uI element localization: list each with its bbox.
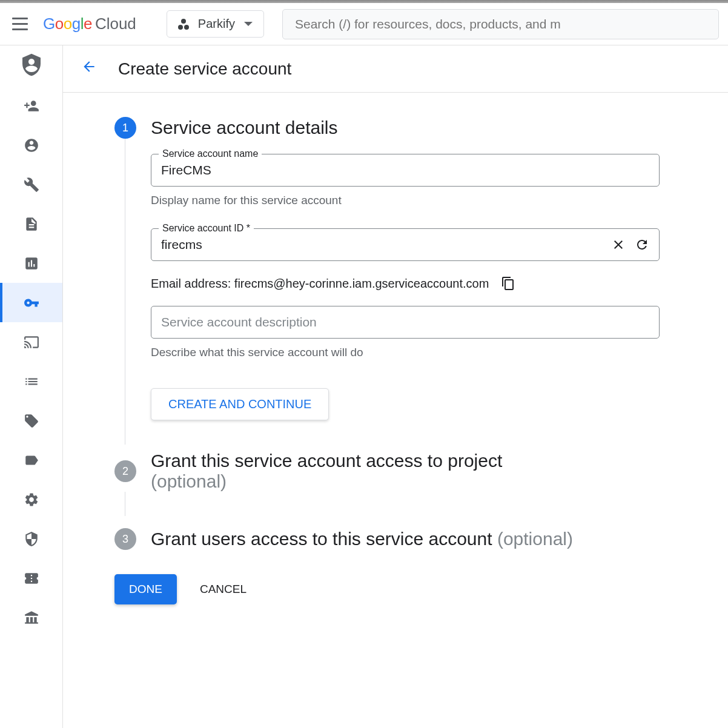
sidebar-item-labels2[interactable] bbox=[0, 440, 62, 480]
iam-shield-icon[interactable] bbox=[19, 53, 44, 77]
sidebar-item-org-policies[interactable] bbox=[0, 204, 62, 243]
email-label: Email address: firecms@hey-corinne.iam.g… bbox=[151, 277, 489, 291]
id-label: Service account ID * bbox=[159, 223, 254, 234]
sidebar-item-roles[interactable] bbox=[0, 598, 62, 637]
name-label: Service account name bbox=[159, 148, 262, 159]
page-header: Create service account bbox=[63, 45, 728, 93]
step-2-title: Grant this service account access to pro… bbox=[151, 451, 502, 492]
cancel-button[interactable]: CANCEL bbox=[195, 574, 251, 604]
menu-icon[interactable] bbox=[9, 15, 31, 33]
header: Google Cloud Parkify bbox=[0, 3, 728, 45]
sidebar-item-audit[interactable] bbox=[0, 558, 62, 598]
copy-icon[interactable] bbox=[501, 276, 515, 291]
step-3-circle: 3 bbox=[114, 528, 136, 550]
project-dots-icon bbox=[178, 19, 189, 30]
step-1-circle: 1 bbox=[114, 117, 136, 139]
description-input[interactable] bbox=[161, 315, 649, 329]
sidebar-item-workload[interactable] bbox=[0, 322, 62, 362]
description-helper-text: Describe what this service account will … bbox=[151, 346, 660, 359]
sidebar-item-quota[interactable] bbox=[0, 243, 62, 283]
chevron-down-icon bbox=[244, 22, 253, 26]
step-2-circle: 2 bbox=[114, 460, 136, 482]
logo-cloud-text: Cloud bbox=[95, 15, 136, 33]
sidebar-item-settings[interactable] bbox=[0, 480, 62, 519]
sidebar-item-policy[interactable] bbox=[0, 165, 62, 204]
name-helper-text: Display name for this service account bbox=[151, 194, 660, 207]
sidebar-item-identity[interactable] bbox=[0, 125, 62, 165]
search-input[interactable] bbox=[295, 17, 706, 31]
close-icon[interactable] bbox=[611, 237, 626, 252]
project-selector[interactable]: Parkify bbox=[167, 10, 264, 38]
step-3-title: Grant users access to this service accou… bbox=[151, 529, 573, 549]
service-account-name-input[interactable] bbox=[161, 163, 649, 177]
page-title: Create service account bbox=[118, 59, 291, 79]
service-account-id-input[interactable] bbox=[161, 237, 602, 252]
search-box[interactable] bbox=[282, 9, 719, 39]
back-arrow-icon[interactable] bbox=[81, 59, 97, 79]
sidebar bbox=[0, 45, 63, 728]
logo[interactable]: Google Cloud bbox=[43, 15, 136, 33]
sidebar-item-iam[interactable] bbox=[0, 86, 62, 125]
refresh-icon[interactable] bbox=[635, 237, 649, 252]
content: Create service account 1 Service account… bbox=[63, 45, 728, 728]
sidebar-item-tags[interactable] bbox=[0, 401, 62, 440]
step-1-title: Service account details bbox=[151, 117, 338, 138]
done-button[interactable]: DONE bbox=[114, 574, 177, 604]
create-and-continue-button[interactable]: CREATE AND CONTINUE bbox=[151, 388, 329, 420]
sidebar-item-labels[interactable] bbox=[0, 362, 62, 401]
sidebar-item-privacy[interactable] bbox=[0, 519, 62, 558]
sidebar-item-service-accounts[interactable] bbox=[0, 283, 62, 322]
project-name: Parkify bbox=[198, 17, 235, 31]
